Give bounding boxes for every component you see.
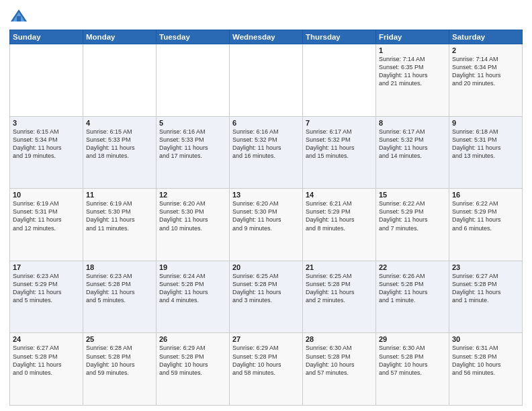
- calendar-cell: 27Sunrise: 6:29 AM Sunset: 5:28 PM Dayli…: [230, 333, 303, 406]
- day-number: 19: [159, 263, 226, 271]
- day-number: 10: [13, 191, 80, 199]
- day-number: 20: [232, 263, 300, 271]
- calendar-week-4: 17Sunrise: 6:23 AM Sunset: 5:29 PM Dayli…: [10, 261, 523, 333]
- calendar-cell: 1Sunrise: 7:14 AM Sunset: 6:35 PM Daylig…: [376, 44, 449, 117]
- calendar-cell: 18Sunrise: 6:23 AM Sunset: 5:28 PM Dayli…: [83, 261, 157, 333]
- day-info: Sunrise: 7:14 AM Sunset: 6:34 PM Dayligh…: [452, 55, 519, 88]
- calendar-cell: 12Sunrise: 6:20 AM Sunset: 5:30 PM Dayli…: [157, 189, 230, 261]
- calendar-body: 1Sunrise: 7:14 AM Sunset: 6:35 PM Daylig…: [10, 44, 523, 406]
- weekday-header-monday: Monday: [83, 30, 157, 44]
- calendar-cell: 7Sunrise: 6:17 AM Sunset: 5:32 PM Daylig…: [303, 116, 376, 189]
- day-info: Sunrise: 6:29 AM Sunset: 5:28 PM Dayligh…: [159, 344, 226, 377]
- day-info: Sunrise: 6:25 AM Sunset: 5:28 PM Dayligh…: [232, 272, 300, 305]
- calendar-cell: 13Sunrise: 6:20 AM Sunset: 5:30 PM Dayli…: [230, 189, 303, 261]
- day-info: Sunrise: 6:29 AM Sunset: 5:28 PM Dayligh…: [232, 344, 300, 377]
- day-number: 7: [306, 119, 373, 127]
- day-number: 15: [379, 191, 446, 199]
- day-number: 23: [452, 263, 519, 271]
- weekday-header-tuesday: Tuesday: [157, 30, 230, 44]
- day-number: 12: [159, 191, 226, 199]
- day-number: 29: [379, 335, 446, 343]
- day-info: Sunrise: 6:17 AM Sunset: 5:32 PM Dayligh…: [306, 128, 373, 161]
- calendar-cell: [230, 44, 303, 117]
- weekday-header-sunday: Sunday: [10, 30, 83, 44]
- calendar-week-5: 24Sunrise: 6:27 AM Sunset: 5:28 PM Dayli…: [10, 333, 523, 406]
- page: SundayMondayTuesdayWednesdayThursdayFrid…: [0, 0, 532, 411]
- calendar-cell: 10Sunrise: 6:19 AM Sunset: 5:31 PM Dayli…: [10, 189, 83, 261]
- day-info: Sunrise: 6:23 AM Sunset: 5:29 PM Dayligh…: [13, 272, 80, 305]
- calendar-cell: 24Sunrise: 6:27 AM Sunset: 5:28 PM Dayli…: [10, 333, 83, 406]
- calendar-week-2: 3Sunrise: 6:15 AM Sunset: 5:34 PM Daylig…: [10, 116, 523, 189]
- day-number: 30: [452, 335, 519, 343]
- calendar-cell: [303, 44, 376, 117]
- day-number: 16: [452, 191, 519, 199]
- day-number: 9: [452, 119, 519, 127]
- header: [9, 7, 523, 26]
- calendar-cell: 8Sunrise: 6:17 AM Sunset: 5:32 PM Daylig…: [376, 116, 449, 189]
- weekday-header-row: SundayMondayTuesdayWednesdayThursdayFrid…: [10, 30, 523, 44]
- day-info: Sunrise: 6:20 AM Sunset: 5:30 PM Dayligh…: [159, 199, 226, 232]
- day-info: Sunrise: 6:31 AM Sunset: 5:28 PM Dayligh…: [452, 344, 519, 377]
- day-info: Sunrise: 6:15 AM Sunset: 5:34 PM Dayligh…: [13, 128, 80, 161]
- logo-icon: [9, 7, 28, 26]
- day-info: Sunrise: 6:30 AM Sunset: 5:28 PM Dayligh…: [306, 344, 373, 377]
- day-info: Sunrise: 6:19 AM Sunset: 5:30 PM Dayligh…: [86, 199, 153, 232]
- day-info: Sunrise: 6:15 AM Sunset: 5:33 PM Dayligh…: [86, 128, 153, 161]
- day-info: Sunrise: 6:21 AM Sunset: 5:29 PM Dayligh…: [306, 199, 373, 232]
- day-info: Sunrise: 6:27 AM Sunset: 5:28 PM Dayligh…: [452, 272, 519, 305]
- day-info: Sunrise: 6:26 AM Sunset: 5:28 PM Dayligh…: [379, 272, 446, 305]
- day-number: 27: [232, 335, 300, 343]
- calendar-cell: 26Sunrise: 6:29 AM Sunset: 5:28 PM Dayli…: [157, 333, 230, 406]
- day-number: 17: [13, 263, 80, 271]
- day-info: Sunrise: 6:25 AM Sunset: 5:28 PM Dayligh…: [306, 272, 373, 305]
- day-number: 24: [13, 335, 80, 343]
- calendar-cell: [157, 44, 230, 117]
- logo: [9, 7, 31, 26]
- calendar-cell: [10, 44, 83, 117]
- day-number: 25: [86, 335, 153, 343]
- day-number: 4: [86, 119, 153, 127]
- weekday-header-friday: Friday: [376, 30, 449, 44]
- day-info: Sunrise: 6:30 AM Sunset: 5:28 PM Dayligh…: [379, 344, 446, 377]
- day-number: 14: [306, 191, 373, 199]
- day-number: 1: [379, 46, 446, 54]
- calendar-cell: 17Sunrise: 6:23 AM Sunset: 5:29 PM Dayli…: [10, 261, 83, 333]
- day-number: 28: [306, 335, 373, 343]
- weekday-header-thursday: Thursday: [303, 30, 376, 44]
- calendar-cell: 4Sunrise: 6:15 AM Sunset: 5:33 PM Daylig…: [83, 116, 157, 189]
- calendar-cell: 29Sunrise: 6:30 AM Sunset: 5:28 PM Dayli…: [376, 333, 449, 406]
- day-number: 2: [452, 46, 519, 54]
- calendar-week-3: 10Sunrise: 6:19 AM Sunset: 5:31 PM Dayli…: [10, 189, 523, 261]
- day-info: Sunrise: 6:22 AM Sunset: 5:29 PM Dayligh…: [452, 199, 519, 232]
- calendar-cell: [83, 44, 157, 117]
- day-number: 6: [232, 119, 300, 127]
- day-info: Sunrise: 6:28 AM Sunset: 5:28 PM Dayligh…: [86, 344, 153, 377]
- calendar-cell: 15Sunrise: 6:22 AM Sunset: 5:29 PM Dayli…: [376, 189, 449, 261]
- weekday-header-wednesday: Wednesday: [230, 30, 303, 44]
- calendar-cell: 6Sunrise: 6:16 AM Sunset: 5:32 PM Daylig…: [230, 116, 303, 189]
- day-info: Sunrise: 6:24 AM Sunset: 5:28 PM Dayligh…: [159, 272, 226, 305]
- calendar-cell: 23Sunrise: 6:27 AM Sunset: 5:28 PM Dayli…: [449, 261, 523, 333]
- day-number: 18: [86, 263, 153, 271]
- day-number: 8: [379, 119, 446, 127]
- day-info: Sunrise: 6:16 AM Sunset: 5:33 PM Dayligh…: [159, 128, 226, 161]
- calendar-cell: 22Sunrise: 6:26 AM Sunset: 5:28 PM Dayli…: [376, 261, 449, 333]
- calendar-week-1: 1Sunrise: 7:14 AM Sunset: 6:35 PM Daylig…: [10, 44, 523, 117]
- calendar-cell: 21Sunrise: 6:25 AM Sunset: 5:28 PM Dayli…: [303, 261, 376, 333]
- day-info: Sunrise: 6:19 AM Sunset: 5:31 PM Dayligh…: [13, 199, 80, 232]
- day-info: Sunrise: 6:20 AM Sunset: 5:30 PM Dayligh…: [232, 199, 300, 232]
- day-info: Sunrise: 6:23 AM Sunset: 5:28 PM Dayligh…: [86, 272, 153, 305]
- day-info: Sunrise: 6:18 AM Sunset: 5:31 PM Dayligh…: [452, 128, 519, 161]
- day-info: Sunrise: 6:16 AM Sunset: 5:32 PM Dayligh…: [232, 128, 300, 161]
- calendar-cell: 30Sunrise: 6:31 AM Sunset: 5:28 PM Dayli…: [449, 333, 523, 406]
- calendar-header: SundayMondayTuesdayWednesdayThursdayFrid…: [10, 30, 523, 44]
- calendar-cell: 16Sunrise: 6:22 AM Sunset: 5:29 PM Dayli…: [449, 189, 523, 261]
- calendar-cell: 3Sunrise: 6:15 AM Sunset: 5:34 PM Daylig…: [10, 116, 83, 189]
- day-info: Sunrise: 6:27 AM Sunset: 5:28 PM Dayligh…: [13, 344, 80, 377]
- svg-rect-2: [17, 16, 21, 21]
- calendar-cell: 14Sunrise: 6:21 AM Sunset: 5:29 PM Dayli…: [303, 189, 376, 261]
- day-info: Sunrise: 6:22 AM Sunset: 5:29 PM Dayligh…: [379, 199, 446, 232]
- calendar-table: SundayMondayTuesdayWednesdayThursdayFrid…: [9, 30, 523, 406]
- day-number: 13: [232, 191, 300, 199]
- calendar-cell: 9Sunrise: 6:18 AM Sunset: 5:31 PM Daylig…: [449, 116, 523, 189]
